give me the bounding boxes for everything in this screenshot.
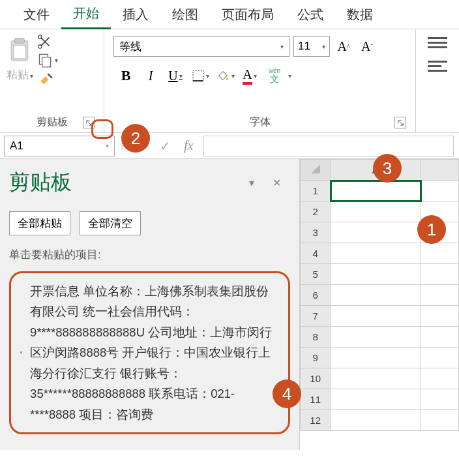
clipboard-item-text: 开票信息 单位名称：上海佛系制表集团股份有限公司 统一社会信用代码：9****8… bbox=[30, 281, 279, 424]
cell[interactable] bbox=[331, 410, 421, 431]
row-header[interactable]: 1 bbox=[301, 181, 331, 201]
ribbon-tabs: 文件 开始 插入 绘图 页面布局 公式 数据 bbox=[0, 0, 459, 29]
row-header[interactable]: 5 bbox=[301, 264, 331, 285]
svg-rect-6 bbox=[42, 57, 51, 67]
row-header[interactable]: 4 bbox=[301, 243, 331, 264]
tab-formula[interactable]: 公式 bbox=[286, 1, 335, 29]
pane-options-icon[interactable]: ▾ bbox=[240, 175, 263, 190]
cell[interactable] bbox=[331, 306, 421, 327]
svg-rect-1 bbox=[15, 38, 25, 43]
enter-icon[interactable]: ✓ bbox=[160, 138, 171, 154]
phonetic-button[interactable]: wén 文 bbox=[262, 63, 287, 88]
cut-button[interactable] bbox=[37, 33, 58, 50]
font-name-select[interactable]: 等线▾ bbox=[113, 36, 289, 57]
underline-button[interactable]: U▾ bbox=[163, 63, 188, 88]
copy-icon bbox=[37, 52, 53, 68]
border-icon bbox=[192, 69, 205, 82]
font-launcher[interactable] bbox=[394, 117, 406, 128]
svg-point-3 bbox=[38, 35, 42, 38]
align-top-button[interactable] bbox=[428, 37, 447, 52]
row-header[interactable]: 2 bbox=[301, 201, 331, 222]
tab-draw[interactable]: 绘图 bbox=[160, 1, 210, 29]
group-font-label: 字体 bbox=[250, 116, 271, 127]
row-header[interactable]: 6 bbox=[301, 285, 331, 306]
row-header[interactable]: 10 bbox=[301, 368, 331, 389]
spreadsheet-grid[interactable]: A 1 2 3 4 5 6 7 8 9 10 11 12 bbox=[300, 159, 459, 450]
decrease-font-button[interactable]: Aˇ bbox=[357, 36, 377, 57]
cell[interactable] bbox=[331, 264, 421, 285]
font-color-button[interactable]: A▾ bbox=[237, 63, 262, 88]
callout-2: 2 bbox=[121, 124, 150, 153]
group-clipboard: 粘贴▾ ▾ 剪贴板 bbox=[0, 29, 104, 132]
pane-hint: 单击要粘贴的项目: bbox=[9, 247, 290, 262]
increase-font-button[interactable]: A^ bbox=[334, 36, 353, 57]
tab-file[interactable]: 文件 bbox=[12, 1, 61, 29]
group-align bbox=[416, 29, 459, 132]
italic-button[interactable]: I bbox=[138, 63, 163, 88]
bucket-icon bbox=[216, 68, 230, 83]
tab-layout[interactable]: 页面布局 bbox=[210, 1, 286, 29]
brush-icon bbox=[37, 70, 56, 89]
paste-icon[interactable] bbox=[5, 36, 34, 65]
excel-file-icon: X bbox=[20, 351, 23, 354]
paste-label[interactable]: 粘贴▾ bbox=[7, 67, 33, 82]
cell[interactable] bbox=[331, 243, 421, 264]
fill-color-button[interactable]: ▾ bbox=[213, 63, 237, 88]
svg-rect-2 bbox=[14, 46, 25, 59]
callout-3: 3 bbox=[373, 154, 402, 183]
row-header[interactable]: 7 bbox=[301, 306, 331, 327]
copy-button[interactable]: ▾ bbox=[37, 52, 58, 68]
row-header[interactable]: 12 bbox=[301, 410, 331, 431]
svg-rect-7 bbox=[193, 70, 203, 81]
pane-title: 剪贴板 bbox=[9, 168, 240, 197]
ribbon: 粘贴▾ ▾ 剪贴板 bbox=[0, 29, 459, 133]
clear-all-button[interactable]: 全部清空 bbox=[80, 211, 141, 235]
cell[interactable] bbox=[331, 389, 421, 410]
align-left-button[interactable] bbox=[428, 61, 447, 75]
cell[interactable] bbox=[331, 368, 421, 389]
cell[interactable] bbox=[331, 201, 421, 222]
row-header[interactable]: 3 bbox=[301, 222, 331, 243]
cell[interactable] bbox=[331, 285, 421, 306]
cell[interactable] bbox=[331, 222, 421, 243]
group-font: 等线▾ 11▾ A^ Aˇ B I U▾ ▾ ▾ bbox=[104, 29, 416, 132]
cell-A1[interactable] bbox=[331, 181, 421, 201]
paste-all-button[interactable]: 全部粘贴 bbox=[9, 211, 70, 235]
svg-point-4 bbox=[38, 45, 42, 48]
pane-close-icon[interactable]: ✕ bbox=[263, 175, 290, 190]
scissors-icon bbox=[37, 33, 53, 50]
callout-outline-2 bbox=[91, 119, 113, 139]
tab-data[interactable]: 数据 bbox=[335, 1, 385, 29]
tab-insert[interactable]: 插入 bbox=[111, 1, 160, 29]
fx-icon[interactable]: fx bbox=[184, 138, 193, 154]
border-button[interactable]: ▾ bbox=[188, 63, 213, 88]
row-header[interactable]: 9 bbox=[301, 348, 331, 368]
cell[interactable] bbox=[331, 327, 421, 348]
bold-button[interactable]: B bbox=[113, 63, 138, 88]
formula-input[interactable] bbox=[203, 136, 454, 156]
tab-home[interactable]: 开始 bbox=[61, 0, 111, 29]
select-all-cell[interactable] bbox=[301, 160, 331, 181]
clipboard-pane: 剪贴板 ▾ ✕ 全部粘贴 全部清空 单击要粘贴的项目: X 开票信息 单位名称：… bbox=[0, 159, 300, 450]
font-size-select[interactable]: 11▾ bbox=[293, 36, 330, 57]
row-header[interactable]: 8 bbox=[301, 327, 331, 348]
callout-4: 4 bbox=[273, 379, 301, 408]
row-header[interactable]: 11 bbox=[301, 389, 331, 410]
cell[interactable] bbox=[331, 348, 421, 368]
callout-1: 1 bbox=[417, 215, 446, 244]
group-clipboard-label: 剪贴板 bbox=[37, 116, 68, 127]
clipboard-item[interactable]: X 开票信息 单位名称：上海佛系制表集团股份有限公司 统一社会信用代码：9***… bbox=[9, 271, 290, 434]
format-painter-button[interactable] bbox=[37, 70, 58, 89]
